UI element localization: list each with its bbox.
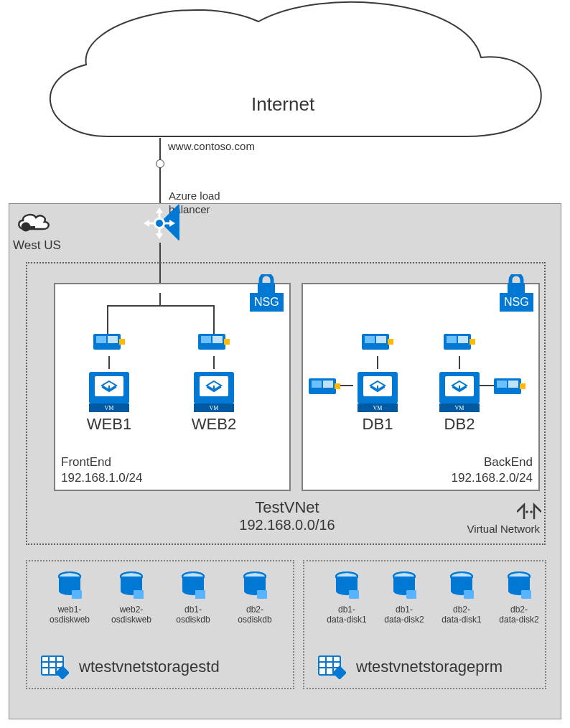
vnet-cidr: 192.168.0.0/16 <box>208 517 366 533</box>
nic-icon <box>494 376 525 396</box>
disk-icon <box>335 571 359 600</box>
svg-rect-23 <box>212 336 223 343</box>
nic-icon <box>309 376 340 396</box>
svg-text:VM: VM <box>210 405 219 411</box>
disk-item: db2-data-disk1 <box>436 571 487 625</box>
disk-label: db2-data-disk1 <box>436 605 487 625</box>
disk-item: db2-data-disk2 <box>494 571 544 625</box>
vnet-title-block: TestVNet 192.168.0.0/16 <box>208 498 366 533</box>
vnet-name: TestVNet <box>208 498 366 517</box>
svg-rect-75 <box>349 590 359 599</box>
nsg-backend: NSG <box>500 274 533 312</box>
svg-point-54 <box>530 510 533 513</box>
region-label: West US <box>13 238 61 253</box>
svg-rect-1 <box>28 226 35 228</box>
storage-prm-disks: db1-data-disk1db1-data-disk2db2-data-dis… <box>322 571 544 625</box>
storage-prm-box: db1-data-disk1db1-data-disk2db2-data-dis… <box>303 560 546 689</box>
disk-icon <box>449 571 474 600</box>
connector-cloud-lb <box>159 138 161 206</box>
svg-rect-40 <box>335 383 340 389</box>
svg-rect-66 <box>257 590 267 599</box>
svg-rect-24 <box>224 339 230 345</box>
storage-table-icon <box>317 655 346 679</box>
lock-icon <box>505 274 527 294</box>
cloud-icon <box>22 0 553 172</box>
vnet-label: Virtual Network <box>467 523 540 535</box>
svg-point-10 <box>156 220 163 227</box>
svg-rect-15 <box>108 336 118 343</box>
svg-rect-78 <box>406 590 416 599</box>
vm-icon: VM <box>439 372 480 412</box>
disk-icon <box>392 571 416 600</box>
connector-db1-nic2 <box>339 385 353 386</box>
svg-rect-43 <box>458 336 468 343</box>
disk-label: db2-osdiskdb <box>230 605 280 625</box>
svg-rect-44 <box>469 339 475 345</box>
svg-rect-22 <box>201 336 211 343</box>
nic-icon <box>444 332 475 352</box>
svg-rect-57 <box>72 590 82 599</box>
subnet-front-name: FrontEnd <box>61 455 111 470</box>
svg-point-53 <box>525 510 528 513</box>
nic-icon <box>198 332 230 352</box>
vm-icon: VM <box>194 372 234 412</box>
disk-icon <box>57 571 82 600</box>
lock-icon <box>256 274 277 294</box>
svg-rect-31 <box>376 336 386 343</box>
storage-std-box: web1-osdiskwebweb2-osdiskwebdb1-osdiskdb… <box>26 560 294 689</box>
svg-rect-14 <box>96 336 106 343</box>
svg-rect-39 <box>323 381 333 388</box>
subnet-back-name: BackEnd <box>484 455 533 470</box>
disk-item: db1-osdiskdb <box>168 571 218 625</box>
svg-rect-16 <box>119 339 125 345</box>
svg-rect-50 <box>497 381 507 388</box>
storage-table-icon <box>40 655 69 679</box>
public-ip-dot <box>156 159 164 168</box>
connector-db2-nic2 <box>480 385 494 386</box>
loadbalancer-icon <box>139 203 179 243</box>
storage-prm-name: wtestvnetstorageprm <box>356 658 503 676</box>
disk-item: db1-data-disk2 <box>379 571 429 625</box>
disk-item: web2-osdiskweb <box>106 571 156 625</box>
vm-icon: VM <box>89 372 129 412</box>
svg-rect-38 <box>312 381 322 388</box>
svg-text:VM: VM <box>105 405 114 411</box>
storage-prm-footer: wtestvnetstorageprm <box>317 655 503 679</box>
svg-rect-81 <box>464 590 474 599</box>
svg-text:VM: VM <box>373 405 383 411</box>
vm-label: DB2 <box>431 415 488 434</box>
svg-rect-63 <box>195 590 205 599</box>
svg-rect-52 <box>520 383 525 389</box>
disk-item: db2-osdiskdb <box>230 571 280 625</box>
disk-item: db1-data-disk1 <box>322 571 372 625</box>
disk-label: db1-osdiskdb <box>168 605 218 625</box>
vnet-icon <box>517 503 541 521</box>
svg-text:VM: VM <box>455 405 464 411</box>
nic-icon <box>93 332 125 352</box>
vm-label: WEB2 <box>185 415 243 434</box>
disk-label: db1-data-disk2 <box>379 605 429 625</box>
disk-label: db2-data-disk2 <box>494 605 544 625</box>
disk-icon <box>243 571 267 600</box>
vm-web2: VM WEB2 <box>185 332 243 434</box>
region-cloud-icon <box>16 210 50 236</box>
svg-rect-32 <box>388 339 393 345</box>
subnet-back-cidr: 192.168.2.0/24 <box>452 471 533 485</box>
vm-label: DB1 <box>349 415 406 434</box>
nsg-label: NSG <box>250 293 284 312</box>
disk-icon <box>507 571 531 600</box>
vm-label: WEB1 <box>80 415 138 434</box>
svg-rect-60 <box>134 590 144 599</box>
vm-icon: VM <box>358 372 398 412</box>
storage-std-footer: wtestvnetstoragestd <box>40 655 220 679</box>
cloud-label: Internet <box>251 93 314 116</box>
vm-web1: VM WEB1 <box>80 332 138 434</box>
domain-label: www.contoso.com <box>168 140 255 152</box>
svg-rect-51 <box>508 381 518 388</box>
storage-std-disks: web1-osdiskwebweb2-osdiskwebdb1-osdiskdb… <box>45 571 280 625</box>
disk-item: web1-osdiskweb <box>45 571 95 625</box>
svg-rect-30 <box>365 336 375 343</box>
disk-label: web2-osdiskweb <box>106 605 156 625</box>
vm-db2: VM DB2 <box>431 332 488 434</box>
nsg-frontend: NSG <box>250 274 284 312</box>
